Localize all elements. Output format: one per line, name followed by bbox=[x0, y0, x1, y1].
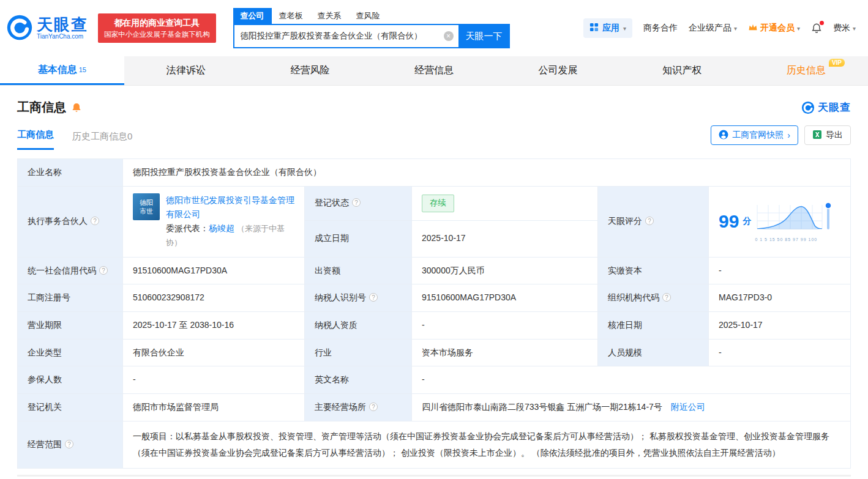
reg-number-label: 工商注册号 bbox=[18, 284, 123, 312]
table-row: 企业名称 德阳投控重产股权投资基金合伙企业（有限合伙） bbox=[18, 159, 851, 187]
tab-basic-info[interactable]: 基本信息 15 bbox=[0, 56, 124, 85]
search-tab-risk[interactable]: 查风险 bbox=[349, 8, 387, 24]
table-row: 经营范围? 一般项目：以私募基金从事股权投资、投资管理、资产管理等活动（须在中国… bbox=[18, 421, 851, 469]
tab-history-info[interactable]: 历史信息 VIP bbox=[744, 56, 868, 85]
reg-status-value: 存续 bbox=[412, 186, 598, 220]
company-nav-tabs: 基本信息 15 法律诉讼 经营风险 经营信息 公司发展 知识产权 历史信息 VI… bbox=[0, 56, 868, 86]
reg-status-label: 登记状态? bbox=[305, 186, 412, 220]
paid-capital-value: - bbox=[709, 257, 851, 284]
brand-name: 天眼查 bbox=[37, 17, 88, 33]
tab-operation-risk[interactable]: 经营风险 bbox=[248, 56, 372, 85]
subscribe-bell-icon[interactable] bbox=[71, 102, 82, 113]
tyc-score-cell: 99 分 bbox=[709, 186, 851, 257]
chevron-down-icon: ▾ bbox=[623, 25, 626, 32]
search-button[interactable]: 天眼一下 bbox=[458, 24, 510, 48]
search-tab-relation[interactable]: 查关系 bbox=[310, 8, 349, 24]
staff-size-value: - bbox=[709, 339, 851, 366]
subtab-history-business-info[interactable]: 历史工商信息0 bbox=[72, 131, 132, 150]
table-row: 登记机关 德阳市市场监督管理局 主要经营场所? 四川省德阳市泰山南路二段733号… bbox=[18, 394, 851, 421]
tab-operation-info[interactable]: 经营信息 bbox=[372, 56, 496, 85]
help-icon[interactable]: ? bbox=[352, 198, 361, 207]
help-icon[interactable]: ? bbox=[91, 217, 99, 225]
credit-code-label: 统一社会信用代码? bbox=[18, 257, 123, 284]
status-badge: 存续 bbox=[422, 195, 454, 212]
reg-authority-value: 德阳市市场监督管理局 bbox=[123, 394, 305, 421]
person-circle-icon bbox=[719, 130, 728, 141]
company-name-label: 企业名称 bbox=[18, 159, 123, 187]
taxpayer-qualification-value: - bbox=[412, 312, 598, 340]
business-term-value: 2025-10-17 至 2038-10-16 bbox=[123, 312, 305, 340]
tab-company-development[interactable]: 公司发展 bbox=[496, 56, 620, 85]
search-area: 查公司 查老板 查关系 查风险 × 天眼一下 bbox=[233, 8, 510, 48]
representative-link[interactable]: 杨竣超 bbox=[209, 223, 234, 233]
search-tabs: 查公司 查老板 查关系 查风险 bbox=[233, 8, 510, 24]
business-scope-label: 经营范围? bbox=[18, 421, 123, 469]
table-row: 工商注册号 510600232908172 纳税人识别号? 91510600MA… bbox=[18, 284, 851, 312]
search-input[interactable] bbox=[234, 32, 458, 41]
company-type-value: 有限合伙企业 bbox=[123, 339, 305, 366]
capital-value: 300000万人民币 bbox=[412, 257, 598, 284]
help-icon[interactable]: ? bbox=[369, 403, 378, 411]
help-icon[interactable]: ? bbox=[65, 440, 73, 448]
subtab-business-info[interactable]: 工商信息 bbox=[17, 129, 54, 150]
tianyancha-watermark-logo: 天眼查 bbox=[801, 100, 851, 114]
excel-icon bbox=[812, 130, 822, 141]
insured-count-value: - bbox=[123, 366, 305, 394]
partner-company-link[interactable]: 德阳市世纪发展投资引导基金管理有限公司 bbox=[166, 195, 294, 219]
table-row: 营业期限 2025-10-17 至 2038-10-16 纳税人资质 - 核准日… bbox=[18, 312, 851, 340]
executive-partner-cell: 德阳 市世 德阳市世纪发展投资引导基金管理有限公司 委派代表：杨竣超 （来源于中… bbox=[123, 186, 305, 257]
establish-date-label: 成立日期 bbox=[305, 220, 412, 257]
snapshot-label: 工商官网快照 bbox=[732, 130, 784, 141]
help-icon[interactable]: ? bbox=[369, 293, 378, 302]
tab-intellectual-property[interactable]: 知识产权 bbox=[620, 56, 744, 85]
rep-label: 委派代表： bbox=[166, 223, 209, 233]
slogan-line1: 都在用的商业查询工具 bbox=[104, 17, 210, 29]
menu-enterprise-products[interactable]: 企业级产品 ▾ bbox=[689, 23, 737, 34]
executive-partner-label: 执行事务合伙人? bbox=[18, 186, 123, 257]
arrow-right-icon: › bbox=[787, 130, 790, 140]
top-menu: 应用 ▾ 商务合作 企业级产品 ▾ 开通会员 ▾ 费米 ▾ bbox=[583, 18, 856, 38]
reg-number-value: 510600232908172 bbox=[123, 284, 305, 312]
score-axis-labels: 0 1 5 15 50 85 97 99 100 bbox=[755, 237, 833, 243]
establish-date-value: 2025-10-17 bbox=[412, 220, 598, 257]
business-address-cell: 四川省德阳市泰山南路二段733号银鑫 五洲广场一期21栋14-7号 附近公司 bbox=[412, 394, 851, 421]
official-snapshot-button[interactable]: 工商官网快照 › bbox=[711, 125, 798, 145]
apps-menu-button[interactable]: 应用 ▾ bbox=[583, 18, 632, 38]
tab-legal[interactable]: 法律诉讼 bbox=[124, 56, 249, 85]
apps-grid-icon bbox=[589, 23, 599, 34]
nearby-companies-link[interactable]: 附近公司 bbox=[671, 402, 705, 412]
help-icon[interactable]: ? bbox=[99, 266, 108, 275]
help-icon[interactable]: ? bbox=[645, 217, 654, 225]
menu-cooperation[interactable]: 商务合作 bbox=[643, 23, 678, 34]
business-scope-value: 一般项目：以私募基金从事股权投资、投资管理、资产管理等活动（须在中国证券投资基金… bbox=[123, 421, 851, 469]
tab-label: 法律诉讼 bbox=[166, 64, 206, 77]
approval-date-label: 核准日期 bbox=[598, 312, 709, 340]
username: 费米 bbox=[833, 23, 850, 34]
search-tab-company[interactable]: 查公司 bbox=[233, 8, 272, 24]
score-chart[interactable]: 0 1 5 15 50 85 97 99 100 bbox=[755, 200, 833, 243]
search-input-box: × bbox=[233, 24, 458, 48]
clear-search-icon[interactable]: × bbox=[444, 31, 454, 41]
business-term-label: 营业期限 bbox=[18, 312, 123, 340]
reg-authority-label: 登记机关 bbox=[18, 394, 123, 421]
insured-count-label: 参保人数 bbox=[18, 366, 123, 394]
user-menu[interactable]: 费米 ▾ bbox=[833, 23, 856, 34]
chevron-down-icon: ▾ bbox=[734, 25, 737, 32]
industry-value: 资本市场服务 bbox=[412, 339, 598, 366]
tianyancha-logo-icon bbox=[6, 14, 33, 43]
tianyancha-logo[interactable]: 天眼查 TianYanCha.com bbox=[6, 14, 88, 43]
table-row: 企业类型 有限合伙企业 行业 资本市场服务 人员规模 - bbox=[18, 339, 851, 366]
main-content: 工商信息 天眼查 工商信息 历史工商信息0 bbox=[0, 99, 868, 477]
notification-bell-icon[interactable] bbox=[811, 22, 822, 34]
tab-label: 经营信息 bbox=[414, 64, 454, 77]
search-tab-boss[interactable]: 查老板 bbox=[272, 8, 310, 24]
taxpayer-id-value: 91510600MAG17PD30A bbox=[412, 284, 598, 312]
org-code-value: MAG17PD3-0 bbox=[709, 284, 851, 312]
section-divider bbox=[17, 475, 851, 477]
export-button[interactable]: 导出 bbox=[804, 125, 851, 145]
menu-open-vip[interactable]: 开通会员 ▾ bbox=[748, 23, 800, 34]
english-name-value: - bbox=[412, 366, 851, 394]
help-icon[interactable]: ? bbox=[662, 293, 671, 302]
vip-label: 开通会员 bbox=[760, 23, 795, 34]
section-title: 工商信息 bbox=[17, 99, 66, 116]
